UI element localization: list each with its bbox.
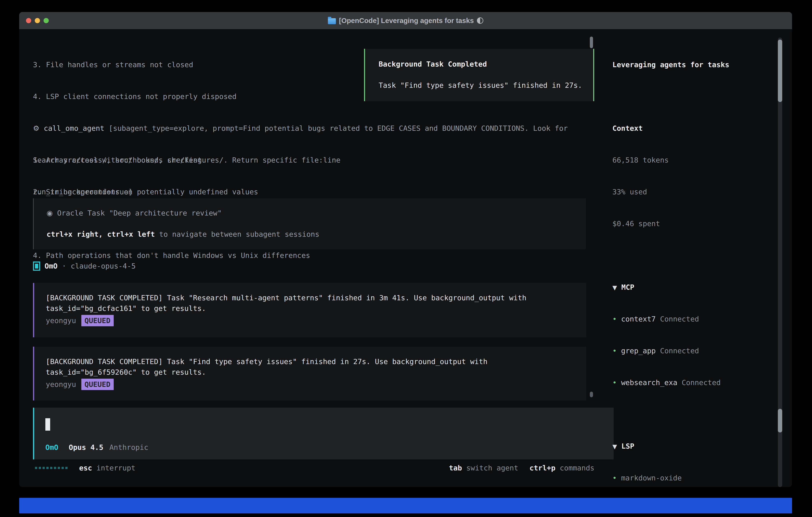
status-dot-icon: • (612, 378, 617, 387)
tab-key-label: switch agent (466, 464, 518, 472)
main-scrollbar-thumb[interactable] (590, 36, 593, 48)
ctrlp-key-label: commands (560, 464, 594, 472)
input-model-name: Opus 4.5 (69, 442, 103, 453)
status-dot-icon: • (612, 315, 617, 323)
main-scrollbar-thumb[interactable] (590, 392, 593, 397)
status-dot-icon: • (612, 347, 617, 355)
spinner-dots-icon (35, 467, 67, 469)
agent-name: OmO (45, 261, 58, 271)
dock-strip (19, 498, 792, 513)
gear-icon: ⚙ (33, 124, 39, 132)
background-task-message: [BACKGROUND TASK COMPLETED] Task "Resear… (33, 283, 586, 337)
task-message-line: task_id="bg_dcfac161" to get results. (46, 303, 206, 314)
context-tokens: 66,518 tokens (612, 155, 778, 165)
input-provider-name: Anthropic (109, 442, 148, 453)
background-task-message: [BACKGROUND TASK COMPLETED] Task "Find t… (33, 347, 586, 401)
oracle-shortcut-hint: to navigate between subagent sessions (155, 230, 319, 238)
tool-call-item: 2. String operations on potentially unde… (33, 187, 568, 197)
terminal-content: 3. File handles or streams not closed 4.… (19, 30, 792, 487)
mcp-item: • grep_app Connected (612, 346, 778, 356)
lsp-item: • markdown-oxide (612, 472, 778, 483)
maximize-button[interactable] (44, 18, 49, 23)
oracle-icon: ◉ (47, 209, 53, 217)
context-used: 33% used (612, 187, 778, 197)
chevron-down-icon: ▼ (612, 443, 617, 450)
oracle-shortcut-keys: ctrl+x right, ctrl+x left (47, 230, 155, 238)
oracle-task-box: ◉ Oracle Task "Deep architecture review"… (33, 198, 586, 249)
window-titlebar[interactable]: [OpenCode] Leveraging agents for tasks (19, 12, 792, 30)
sidebar: Leveraging agents for tasks Context 66,5… (612, 38, 778, 487)
esc-key-label: interrupt (96, 463, 136, 473)
tab-key-hint: tab (449, 464, 462, 472)
task-author: yeongyu (46, 379, 76, 390)
session-title: Leveraging agents for tasks (612, 59, 778, 70)
folder-icon (328, 18, 336, 24)
tool-call-item: 1. Array access without bounds checking (33, 155, 568, 165)
agent-icon (33, 262, 40, 271)
esc-key-hint: esc (79, 463, 92, 473)
notification-title: Background Task Completed (379, 59, 487, 70)
text-cursor (46, 418, 50, 431)
close-button[interactable] (26, 18, 31, 23)
queued-badge: QUEUED (81, 315, 114, 326)
window-title: [OpenCode] Leveraging agents for tasks (339, 17, 474, 25)
tool-call-args: [subagent_type=explore, prompt=Find pote… (104, 124, 568, 132)
status-dot-icon: • (612, 474, 617, 482)
task-message-line: task_id="bg_6f59260c" to get results. (46, 367, 206, 377)
task-message-line: [BACKGROUND TASK COMPLETED] Task "Find t… (46, 356, 488, 367)
notification-body: Task "Find type safety issues" finished … (379, 80, 582, 90)
lsp-section-header[interactable]: ▼ LSP (612, 441, 778, 452)
queued-badge: QUEUED (81, 379, 114, 390)
todo-scrollbar-thumb[interactable] (778, 409, 782, 432)
input-agent-name: OmO (46, 442, 58, 453)
context-heading: Context (612, 123, 778, 134)
background-task-notification: Background Task Completed Task "Find typ… (364, 49, 594, 101)
half-circle-icon (477, 18, 483, 24)
mcp-section-header[interactable]: ▼ MCP (612, 282, 778, 293)
prompt-input[interactable]: OmO Opus 4.5 Anthropic (33, 408, 614, 459)
ctrlp-key-hint: ctrl+p (529, 464, 555, 472)
task-message-line: [BACKGROUND TASK COMPLETED] Task "Resear… (46, 293, 526, 303)
chevron-down-icon: ▼ (612, 284, 617, 291)
tool-call-item: 4. Path operations that don't handle Win… (33, 250, 568, 261)
agent-header: OmO · claude-opus-4-5 (33, 261, 136, 271)
minimize-button[interactable] (35, 18, 40, 23)
status-bar: esc interrupt tab switch agent ctrl+p co… (35, 463, 594, 473)
context-spent: $0.46 spent (612, 218, 778, 229)
terminal-window: [OpenCode] Leveraging agents for tasks 3… (19, 12, 792, 487)
sidebar-scrollbar-thumb[interactable] (778, 39, 782, 102)
mcp-item: • websearch_exa Connected (612, 377, 778, 388)
mcp-item: • context7 Connected (612, 314, 778, 324)
log-line: 4. LSP client connections not properly d… (33, 91, 341, 102)
task-author: yeongyu (46, 315, 76, 326)
separator-dot: · (62, 261, 66, 271)
traffic-lights (26, 12, 49, 29)
agent-model: claude-opus-4-5 (71, 261, 136, 271)
log-line: 3. File handles or streams not closed (33, 59, 341, 70)
tool-call-name: call_omo_agent (44, 124, 104, 132)
oracle-title: Oracle Task "Deep architecture review" (53, 209, 222, 217)
